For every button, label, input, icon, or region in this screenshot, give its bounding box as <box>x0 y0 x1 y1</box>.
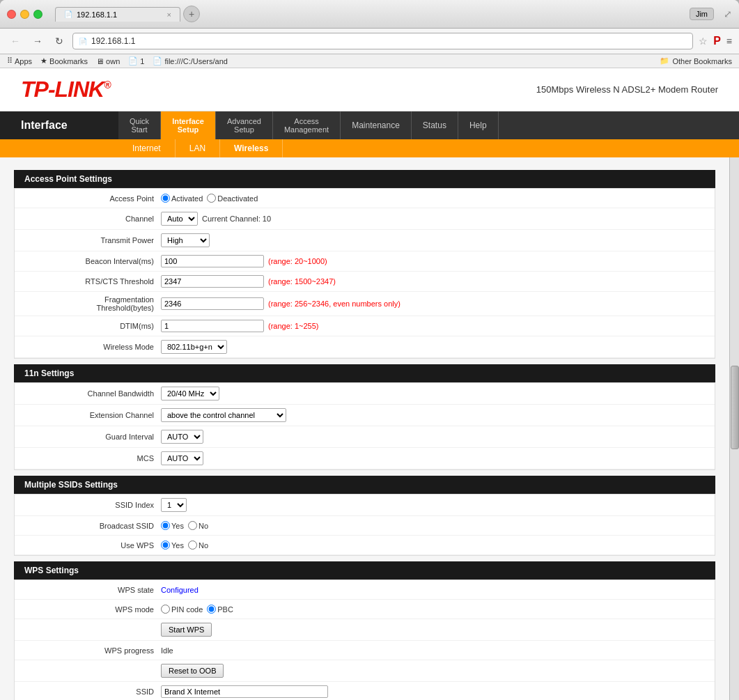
select-mcs[interactable]: AUTO <box>161 451 203 465</box>
input-beacon-interval[interactable] <box>161 255 264 267</box>
close-traffic-light[interactable] <box>7 10 16 19</box>
bookmarks-1[interactable]: 📄 1 <box>128 56 144 65</box>
value-channel: Auto Current Channel: 10 <box>161 212 708 226</box>
minimize-traffic-light[interactable] <box>20 10 29 19</box>
browser-window: 📄 192.168.1.1 × + Jim ⤢ ← → ↻ 📄 192.168.… <box>0 0 739 700</box>
scrollbar-thumb[interactable] <box>731 366 739 449</box>
radio-broadcast-yes[interactable]: Yes <box>161 521 184 530</box>
access-point-settings-header: Access Point Settings <box>14 170 715 188</box>
input-dtim[interactable] <box>161 320 264 332</box>
apps-label: Apps <box>15 57 32 65</box>
nav-item-maintenance[interactable]: Maintenance <box>341 111 412 139</box>
radio-pin-code-input[interactable] <box>161 605 170 614</box>
wps-state-text: Configured <box>161 586 199 594</box>
start-wps-button[interactable]: Start WPS <box>161 623 212 637</box>
11n-settings-header: 11n Settings <box>14 364 715 382</box>
setting-fragmentation: FragmentationThreshold(bytes) (range: 25… <box>15 292 715 316</box>
address-document-icon: 📄 <box>79 38 87 45</box>
reset-oob-button[interactable]: Reset to OOB <box>161 664 224 678</box>
browser-menu-button[interactable]: ≡ <box>726 36 732 47</box>
select-channel-bandwidth[interactable]: 20/40 MHz 20 MHz <box>161 387 219 400</box>
apps-grid-icon: ⠿ <box>7 56 13 65</box>
browser-toolbar: ← → ↻ 📄 192.168.1.1 ☆ P ≡ <box>0 29 739 54</box>
setting-wps-progress: WPS progress Idle <box>15 641 715 660</box>
radio-broadcast-yes-input[interactable] <box>161 521 170 530</box>
window-expand-button[interactable]: ⤢ <box>724 8 732 20</box>
nav-item-access-management[interactable]: Access Management <box>273 111 341 139</box>
label-broadcast-ssid: Broadcast SSID <box>22 522 161 530</box>
radio-wps-no-input[interactable] <box>188 540 197 550</box>
sub-nav-lan[interactable]: LAN <box>176 139 220 157</box>
label-rts-cts: RTS/CTS Threshold <box>22 277 161 286</box>
setting-beacon-interval: Beacon Interval(ms) (range: 20~1000) <box>15 251 715 272</box>
value-access-point: Activated Deactivated <box>161 194 708 203</box>
radio-pin-code[interactable]: PIN code <box>161 605 203 614</box>
radio-activated[interactable]: Activated <box>161 194 203 203</box>
wps-progress-text: Idle <box>161 646 173 655</box>
input-rts-cts[interactable] <box>161 275 264 288</box>
value-start-wps: Start WPS <box>161 623 708 637</box>
forward-button[interactable]: → <box>29 34 46 48</box>
hint-beacon-interval: (range: 20~1000) <box>268 257 327 265</box>
hint-rts-cts: (range: 1500~2347) <box>268 277 336 286</box>
radio-pbc[interactable]: PBC <box>207 605 233 614</box>
nav-item-status[interactable]: Status <box>412 111 458 139</box>
sub-nav-internet[interactable]: Internet <box>118 139 176 157</box>
refresh-button[interactable]: ↻ <box>52 34 67 48</box>
setting-ssid-wps: SSID <box>15 682 715 700</box>
maximize-traffic-light[interactable] <box>33 10 42 19</box>
setting-dtim: DTIM(ms) (range: 1~255) <box>15 316 715 336</box>
nav-item-advanced-setup[interactable]: Advanced Setup <box>216 111 273 139</box>
select-guard-interval[interactable]: AUTO Long Short <box>161 430 203 444</box>
value-wps-progress: Idle <box>161 646 708 655</box>
radio-deactivated[interactable]: Deactivated <box>207 194 258 203</box>
bookmark-star-button[interactable]: ☆ <box>699 36 708 47</box>
value-mcs: AUTO <box>161 451 708 465</box>
new-tab-button[interactable]: + <box>183 6 200 22</box>
traffic-lights <box>7 10 42 19</box>
label-wps-mode: WPS mode <box>22 605 161 614</box>
radio-deactivated-input[interactable] <box>207 194 216 203</box>
tplink-logo: TP-LINK® <box>21 77 111 102</box>
radio-wps-no[interactable]: No <box>188 540 208 550</box>
nav-item-interface-setup[interactable]: Interface Setup <box>161 111 216 139</box>
radio-pbc-input[interactable] <box>207 605 216 614</box>
nav-items: Quick Start Interface Setup Advanced Set… <box>118 111 739 139</box>
bookmarks-path[interactable]: 📄 file:///C:/Users/and <box>153 56 227 65</box>
radio-wps-yes-input[interactable] <box>161 540 170 550</box>
value-channel-bandwidth: 20/40 MHz 20 MHz <box>161 387 708 400</box>
pinterest-button[interactable]: P <box>713 35 721 47</box>
label-wireless-mode: Wireless Mode <box>22 343 161 351</box>
scrollbar-track[interactable] <box>729 157 739 700</box>
tplink-tagline: 150Mbps Wireless N ADSL2+ Modem Router <box>536 84 718 95</box>
select-ssid-index[interactable]: 1 2 3 <box>161 498 187 512</box>
bookmarks-own[interactable]: 🖥 own <box>96 57 120 65</box>
setting-guard-interval: Guard Interval AUTO Long Short <box>15 426 715 448</box>
address-bar[interactable]: 📄 192.168.1.1 <box>72 33 693 49</box>
label-ssid-wps: SSID <box>22 687 161 696</box>
select-channel[interactable]: Auto <box>161 212 198 226</box>
bookmarks-other[interactable]: 📁 Other Bookmarks <box>660 56 732 65</box>
back-button[interactable]: ← <box>7 34 24 48</box>
select-extension-channel[interactable]: above the control channel below the cont… <box>161 408 286 422</box>
radio-activated-input[interactable] <box>161 194 170 203</box>
browser-tabs: 📄 192.168.1.1 × + <box>55 6 684 22</box>
value-wireless-mode: 802.11b+g+n 802.11b+g 802.11n <box>161 340 708 354</box>
value-wps-state: Configured <box>161 586 708 594</box>
input-ssid[interactable] <box>161 685 328 698</box>
nav-item-quick-start[interactable]: Quick Start <box>118 111 161 139</box>
radio-broadcast-no-input[interactable] <box>188 521 197 530</box>
browser-tab-active[interactable]: 📄 192.168.1.1 × <box>55 7 180 22</box>
bookmarks-star-icon[interactable]: ★ Bookmarks <box>40 56 88 65</box>
radio-wps-yes[interactable]: Yes <box>161 540 184 550</box>
tab-close-button[interactable]: × <box>167 10 171 19</box>
select-transmit-power[interactable]: High Medium Low <box>161 233 210 247</box>
select-wireless-mode[interactable]: 802.11b+g+n 802.11b+g 802.11n <box>161 340 227 354</box>
main-settings-content: Access Point Settings Access Point Activ… <box>0 157 729 700</box>
radio-broadcast-no[interactable]: No <box>188 521 208 530</box>
value-transmit-power: High Medium Low <box>161 233 708 247</box>
nav-item-help[interactable]: Help <box>458 111 499 139</box>
bookmarks-apps[interactable]: ⠿ Apps <box>7 56 32 65</box>
sub-nav-wireless[interactable]: Wireless <box>220 139 283 157</box>
input-fragmentation[interactable] <box>161 297 264 310</box>
